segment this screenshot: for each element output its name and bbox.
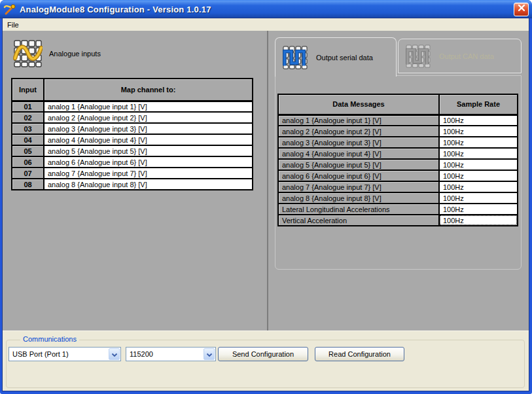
- read-configuration-button[interactable]: Read Configuration: [315, 347, 404, 361]
- data-message-cell[interactable]: analog 3 {Analogue input 3} [V]: [278, 137, 439, 148]
- input-number-cell: 05: [12, 145, 44, 156]
- sample-rate-cell[interactable]: 100Hz: [439, 181, 518, 192]
- client-area: Analogue inputs Input Map channel to: 01…: [3, 31, 529, 331]
- data-message-row: analog 3 {Analogue input 3} [V] 100Hz: [278, 137, 518, 148]
- map-channel-cell[interactable]: analog 5 {Analogue input 5} [V]: [44, 145, 253, 156]
- tab-output-can-data[interactable]: Output CAN data: [398, 39, 522, 73]
- data-message-row: analog 1 {Analogue input 1} [V] 100Hz: [278, 115, 518, 126]
- map-channel-cell[interactable]: analog 6 {Analogue input 6} [V]: [44, 156, 253, 168]
- window-title: AnalogModule8 Configuration - Version 1.…: [20, 5, 211, 14]
- window-body: File Analogue inputs: [3, 18, 529, 391]
- baud-rate-combobox[interactable]: 115200: [126, 347, 216, 361]
- input-number-cell: 06: [12, 156, 44, 168]
- sample-rate-cell[interactable]: 100Hz: [439, 170, 518, 181]
- tab-label-output-can: Output CAN data: [439, 52, 494, 60]
- menu-item-file[interactable]: File: [3, 20, 24, 30]
- input-map-row: 05 analog 5 {Analogue input 5} [V]: [12, 145, 253, 156]
- data-message-row: analog 8 {Analogue input 8} [V] 100Hz: [278, 192, 518, 204]
- data-message-row: Vertical Acceleration 100Hz: [278, 215, 518, 226]
- close-button[interactable]: [514, 3, 529, 16]
- port-combobox-dropdown-button[interactable]: [109, 348, 120, 360]
- data-message-row: analog 6 {Analogue input 6} [V] 100Hz: [278, 170, 518, 181]
- square-wave-grid-icon-disabled: [405, 44, 431, 69]
- sample-rate-cell[interactable]: 100Hz: [439, 192, 518, 204]
- data-message-row: analog 2 {Analogue input 2} [V] 100Hz: [278, 126, 518, 137]
- input-map-header-row: Input Map channel to:: [12, 79, 253, 101]
- close-icon: [517, 3, 526, 15]
- input-map-row: 04 analog 4 {Analogue input 4} [V]: [12, 134, 253, 145]
- map-channel-column-header: Map channel to:: [44, 79, 253, 101]
- map-channel-cell[interactable]: analog 1 {Analogue input 1} [V]: [44, 101, 253, 112]
- input-map-row: 01 analog 1 {Analogue input 1} [V]: [12, 101, 253, 112]
- map-channel-cell[interactable]: analog 2 {Analogue input 2} [V]: [44, 112, 253, 123]
- data-message-cell[interactable]: analog 8 {Analogue input 8} [V]: [278, 192, 439, 204]
- square-wave-grid-icon: [282, 45, 308, 70]
- analogue-inputs-label: Analogue inputs: [49, 50, 101, 58]
- communications-panel: Communications USB Port (Port 1) 115200: [3, 331, 529, 391]
- input-map-row: 07 analog 7 {Analogue input 7} [V]: [12, 168, 253, 179]
- sample-rate-column-header: Sample Rate: [439, 94, 518, 115]
- menu-bar: File: [3, 18, 529, 31]
- tab-output-serial-data[interactable]: Output serial data: [275, 37, 397, 77]
- panel-divider: [267, 31, 268, 331]
- port-combobox-value: USB Port (Port 1): [9, 350, 108, 358]
- data-message-row: analog 5 {Analogue input 5} [V] 100Hz: [278, 159, 518, 170]
- data-message-cell[interactable]: Lateral Longitudinal Accelerations: [278, 204, 439, 215]
- data-messages-table: Data Messages Sample Rate analog 1 {Anal…: [277, 94, 518, 226]
- communications-label: Communications: [20, 335, 79, 343]
- app-window: AnalogModule8 Configuration - Version 1.…: [0, 0, 532, 394]
- input-map-row: 06 analog 6 {Analogue input 6} [V]: [12, 156, 253, 168]
- analogue-inputs-icon: [13, 39, 43, 68]
- data-message-cell[interactable]: analog 2 {Analogue input 2} [V]: [278, 126, 439, 137]
- input-number-cell: 07: [12, 168, 44, 179]
- data-message-cell[interactable]: analog 4 {Analogue input 4} [V]: [278, 148, 439, 159]
- port-combobox[interactable]: USB Port (Port 1): [9, 347, 121, 361]
- sample-rate-cell[interactable]: 100Hz: [439, 215, 518, 226]
- input-map-row: 03 analog 3 {Analogue input 3} [V]: [12, 123, 253, 134]
- input-map-row: 08 analog 8 {Analogue input 8} [V]: [12, 179, 253, 190]
- data-message-cell[interactable]: analog 1 {Analogue input 1} [V]: [278, 115, 439, 126]
- baud-rate-combobox-dropdown-button[interactable]: [204, 348, 215, 360]
- input-number-cell: 04: [12, 134, 44, 145]
- sample-rate-cell[interactable]: 100Hz: [439, 115, 518, 126]
- app-icon: [3, 3, 16, 16]
- sample-rate-cell[interactable]: 100Hz: [439, 126, 518, 137]
- data-message-cell[interactable]: Vertical Acceleration: [278, 215, 439, 226]
- data-messages-column-header: Data Messages: [278, 94, 439, 115]
- data-message-row: Lateral Longitudinal Accelerations 100Hz: [278, 204, 518, 215]
- send-configuration-button[interactable]: Send Configuration: [218, 347, 308, 361]
- input-number-cell: 01: [12, 101, 44, 112]
- map-channel-cell[interactable]: analog 4 {Analogue input 4} [V]: [44, 134, 253, 145]
- data-message-cell[interactable]: analog 5 {Analogue input 5} [V]: [278, 159, 439, 170]
- chevron-down-icon: [111, 348, 118, 360]
- input-column-header: Input: [12, 79, 44, 101]
- input-number-cell: 08: [12, 179, 44, 190]
- map-channel-cell[interactable]: analog 7 {Analogue input 7} [V]: [44, 168, 253, 179]
- input-number-cell: 03: [12, 123, 44, 134]
- sample-rate-cell[interactable]: 100Hz: [439, 137, 518, 148]
- tab-label-output-serial: Output serial data: [316, 54, 373, 62]
- data-message-row: analog 4 {Analogue input 4} [V] 100Hz: [278, 148, 518, 159]
- data-message-cell[interactable]: analog 6 {Analogue input 6} [V]: [278, 170, 439, 181]
- data-messages-header-row: Data Messages Sample Rate: [278, 94, 518, 115]
- title-bar: AnalogModule8 Configuration - Version 1.…: [0, 0, 532, 18]
- input-map-table: Input Map channel to: 01 analog 1 {Analo…: [11, 78, 253, 190]
- sample-rate-cell[interactable]: 100Hz: [439, 204, 518, 215]
- map-channel-cell[interactable]: analog 3 {Analogue input 3} [V]: [44, 123, 253, 134]
- chevron-down-icon: [206, 348, 213, 360]
- sample-rate-cell[interactable]: 100Hz: [439, 159, 518, 170]
- map-channel-cell[interactable]: analog 8 {Analogue input 8} [V]: [44, 179, 253, 190]
- sample-rate-cell[interactable]: 100Hz: [439, 148, 518, 159]
- data-message-cell[interactable]: analog 7 {Analogue input 7} [V]: [278, 181, 439, 192]
- input-number-cell: 02: [12, 112, 44, 123]
- input-map-row: 02 analog 2 {Analogue input 2} [V]: [12, 112, 253, 123]
- baud-rate-combobox-value: 115200: [126, 350, 203, 358]
- data-message-row: analog 7 {Analogue input 7} [V] 100Hz: [278, 181, 518, 192]
